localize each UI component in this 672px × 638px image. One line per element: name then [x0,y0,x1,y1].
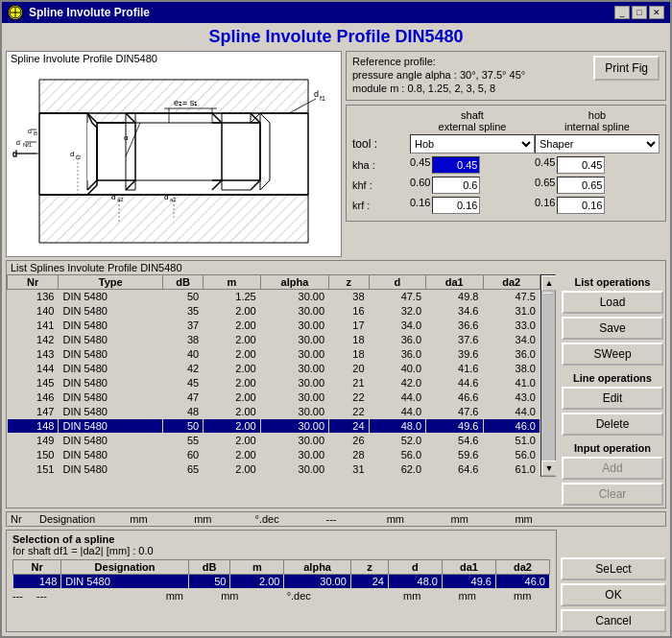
table-scrollbar[interactable]: ▲ ▼ [540,274,556,477]
cell-da1: 36.6 [426,319,483,333]
content-area: Spline Involute Profile DIN5480 [2,49,670,636]
cell-alpha: 30.00 [260,333,328,347]
cell-z: 31 [329,462,370,477]
cell-d: 47.5 [369,290,425,304]
hob-col-header: hob internal spline [535,109,660,132]
cell-m: 2.00 [204,462,260,477]
khf-shaft-input[interactable] [432,177,480,194]
print-fig-button[interactable]: Print Fig [593,56,660,81]
cell-nr: 142 [8,333,59,347]
scroll-down-btn[interactable]: ▼ [541,461,556,476]
cell-db: 45 [162,376,203,390]
kha-row: kha : 0.45 0.45 [352,156,660,174]
select-button[interactable]: SeLect [561,557,666,580]
cell-alpha: 30.00 [260,319,328,333]
sel-col-nr: Nr [13,560,61,575]
krf-label: krf : [352,200,410,211]
cell-alpha: 30.00 [260,405,328,419]
sel-col-designation: Designation [61,560,188,575]
reference-label: Reference profile: [352,56,588,67]
selection-title: Selection of a spline [12,533,550,545]
sel-m: 2.00 [230,575,284,589]
kha-shaft-input[interactable] [432,156,480,174]
cell-m: 2.00 [204,376,260,390]
close-button[interactable]: ✕ [649,6,664,19]
table-row[interactable]: 149 DIN 5480 55 2.00 30.00 26 52.0 54.6 … [8,434,540,448]
svg-text:d: d [16,139,20,146]
add-button[interactable]: Add [562,457,663,480]
cell-m: 2.00 [204,304,260,319]
cell-alpha: 30.00 [260,362,328,376]
cell-da2: 61.0 [483,462,540,477]
minimize-button[interactable]: _ [614,6,630,19]
table-row[interactable]: 142 DIN 5480 38 2.00 30.00 18 36.0 37.6 … [8,333,540,347]
cell-alpha: 30.00 [260,290,328,304]
table-row[interactable]: 145 DIN 5480 45 2.00 30.00 21 42.0 44.6 … [8,376,540,390]
scroll-up-btn[interactable]: ▲ [541,275,556,291]
sel-selected-row[interactable]: 148 DIN 5480 50 2.00 30.00 24 48.0 49.6 … [13,575,550,589]
cell-d: 44.0 [369,405,425,419]
khf-hob-input[interactable] [557,177,605,194]
table-row[interactable]: 136 DIN 5480 50 1.25 30.00 38 47.5 49.8 … [8,290,540,304]
table-row[interactable]: 150 DIN 5480 60 2.00 30.00 28 56.0 59.6 … [8,448,540,462]
input-operation-label: Input operation [562,442,663,454]
list-units-area: Nr Designation mm mm °.dec --- mm mm mm [6,511,666,527]
scroll-track [541,291,555,461]
sel-units-row: --- --- mm mm °.dec mm mm mm [12,590,550,602]
cell-nr: 141 [8,319,59,333]
table-row[interactable]: 148 DIN 5480 50 2.00 30.00 24 48.0 49.6 … [8,419,540,434]
ok-button[interactable]: OK [561,583,666,606]
table-row[interactable]: 146 DIN 5480 47 2.00 30.00 22 44.0 46.6 … [8,390,540,405]
table-row[interactable]: 151 DIN 5480 65 2.00 30.00 31 62.0 64.6 … [8,462,540,477]
cell-alpha: 30.00 [260,462,328,477]
cell-db: 50 [162,419,203,434]
svg-text:f1: f1 [320,95,325,102]
cell-db: 50 [162,290,203,304]
title-bar: Spline Involute Profile _ □ ✕ [2,2,670,23]
sel-unit-nr: --- [12,590,36,602]
col-type: Type [59,275,162,290]
sweep-button[interactable]: SWeep [562,343,663,366]
sel-unit-alpha: °.dec [257,590,340,602]
maximize-button[interactable]: □ [632,6,647,19]
edit-button[interactable]: Edit [562,387,663,410]
cell-da1: 47.6 [426,405,483,419]
scroll-thumb[interactable] [543,293,553,295]
hob-tool-select[interactable]: Hob Shaper [535,134,660,154]
table-row[interactable]: 143 DIN 5480 40 2.00 30.00 18 36.0 39.6 … [8,347,540,362]
svg-marker-8 [87,123,97,180]
cell-d: 48.0 [369,419,425,434]
pressure-angle: pressure angle alpha : 30°, 37.5° 45° [352,69,588,81]
cell-z: 22 [329,405,370,419]
cell-m: 2.00 [204,319,260,333]
save-button[interactable]: Save [562,317,663,340]
profile-drawing: e₂= s₁ d f1 d d [11,70,337,252]
cancel-button[interactable]: Cancel [561,609,666,632]
cell-da2: 34.0 [483,333,540,347]
cell-type: DIN 5480 [59,434,162,448]
krf-shaft-input[interactable] [432,197,480,214]
krf-hob-input[interactable] [557,197,605,214]
kha-hob-group: 0.45 [535,156,660,174]
cell-alpha: 30.00 [260,419,328,434]
cell-alpha: 30.00 [260,390,328,405]
krf-hob-group: 0.16 [535,197,660,214]
title-bar-left: Spline Involute Profile [8,5,150,20]
cell-z: 20 [329,362,370,376]
tool-label: tool : [352,137,410,151]
shaft-tool-select[interactable]: Hob Shaper [410,134,535,154]
load-button[interactable]: Load [562,291,663,314]
svg-text:Nf1: Nf1 [23,142,33,148]
module: module m : 0.8, 1.25, 2, 3, 5, 8 [352,83,588,94]
cell-m: 2.00 [204,347,260,362]
cell-d: 62.0 [369,462,425,477]
table-row[interactable]: 140 DIN 5480 35 2.00 30.00 16 32.0 34.6 … [8,304,540,319]
delete-button[interactable]: Delete [562,413,663,436]
table-row[interactable]: 147 DIN 5480 48 2.00 30.00 22 44.0 47.6 … [8,405,540,419]
kha-hob-input[interactable] [557,156,605,174]
table-row[interactable]: 144 DIN 5480 42 2.00 30.00 20 40.0 41.6 … [8,362,540,376]
unit-designation: Designation [39,513,107,525]
clear-button[interactable]: Clear [562,483,663,506]
table-row[interactable]: 141 DIN 5480 37 2.00 30.00 17 34.0 36.6 … [8,319,540,333]
shaft-sublabel: external spline [410,121,535,132]
